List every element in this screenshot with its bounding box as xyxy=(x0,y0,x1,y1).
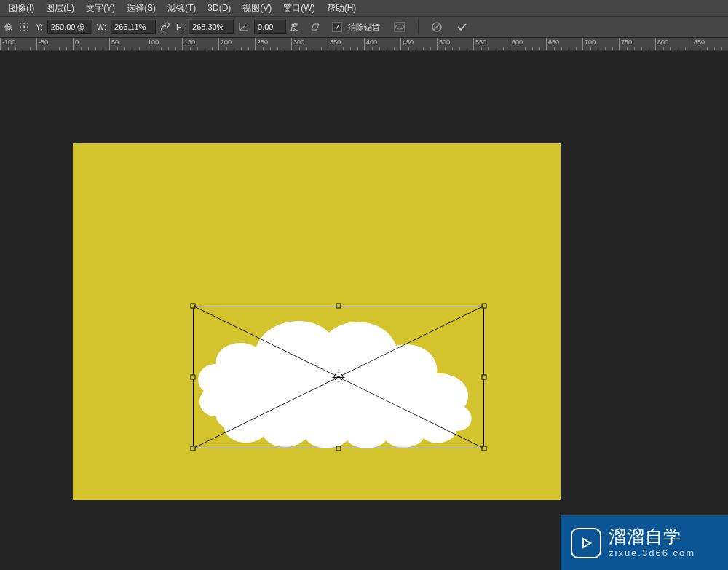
svg-point-6 xyxy=(20,30,21,31)
skew-h-icon[interactable] xyxy=(307,20,322,34)
warp-mode-icon[interactable] xyxy=(392,19,408,35)
handle-bl[interactable] xyxy=(191,446,196,451)
angle-input[interactable] xyxy=(254,20,286,34)
svg-rect-9 xyxy=(395,23,405,31)
transform-bounding-box[interactable] xyxy=(193,306,484,448)
handle-tr[interactable] xyxy=(482,304,487,309)
cancel-icon[interactable] xyxy=(429,19,445,35)
svg-point-7 xyxy=(23,30,25,31)
svg-marker-14 xyxy=(583,539,590,547)
menu-bar: 图像(I)图层(L)文字(Y)选择(S)滤镜(T)3D(D)视图(V)窗口(W)… xyxy=(0,0,728,16)
h-input[interactable] xyxy=(189,20,234,34)
svg-point-4 xyxy=(23,26,25,28)
menu-item[interactable]: 图像(I) xyxy=(3,0,40,17)
antialias-label: 消除锯齿 xyxy=(348,22,380,33)
menu-item[interactable]: 文字(Y) xyxy=(80,0,121,17)
svg-point-5 xyxy=(27,26,28,28)
menu-item[interactable]: 帮助(H) xyxy=(321,0,363,17)
watermark: 溜溜自学 zixue.3d66.com xyxy=(561,515,728,570)
play-icon xyxy=(571,528,601,558)
w-input[interactable] xyxy=(111,20,156,34)
h-label: H: xyxy=(176,23,184,31)
transform-center[interactable] xyxy=(334,373,344,382)
menu-item[interactable]: 选择(S) xyxy=(121,0,162,17)
svg-point-2 xyxy=(27,23,28,24)
ref-point-icon[interactable] xyxy=(17,20,31,34)
w-label: W: xyxy=(97,23,106,31)
antialias-checkbox[interactable]: ✓ xyxy=(332,22,342,32)
commit-icon[interactable] xyxy=(454,19,470,35)
menu-item[interactable]: 图层(L) xyxy=(40,0,80,17)
handle-bm[interactable] xyxy=(336,446,341,451)
menu-item[interactable]: 3D(D) xyxy=(202,1,237,15)
svg-point-8 xyxy=(27,30,28,31)
svg-point-0 xyxy=(20,23,21,24)
handle-tl[interactable] xyxy=(191,304,196,309)
menu-item[interactable]: 窗口(W) xyxy=(277,0,320,17)
menu-item[interactable]: 滤镜(T) xyxy=(162,0,202,17)
angle-icon xyxy=(237,20,251,34)
menu-item[interactable]: 视图(V) xyxy=(237,0,277,17)
canvas-area[interactable]: 溜溜自学 zixue.3d66.com xyxy=(0,51,728,570)
ruler-horizontal[interactable]: -100-50050100150200250300350400450500550… xyxy=(0,38,728,51)
prefix-label: 像 xyxy=(4,22,12,33)
svg-point-3 xyxy=(20,26,21,28)
angle-unit: 度 xyxy=(290,22,298,33)
watermark-sub: zixue.3d66.com xyxy=(609,547,695,559)
link-icon[interactable] xyxy=(159,20,172,33)
y-label: Y: xyxy=(36,23,43,31)
handle-mr[interactable] xyxy=(482,375,487,380)
divider xyxy=(418,20,419,34)
handle-ml[interactable] xyxy=(191,375,196,380)
options-bar: 像 Y: W: H: 度 ✓ 消除锯齿 xyxy=(0,16,728,38)
handle-tm[interactable] xyxy=(336,304,341,309)
svg-point-1 xyxy=(23,23,25,24)
watermark-title: 溜溜自学 xyxy=(609,526,695,547)
svg-line-11 xyxy=(434,24,440,30)
handle-br[interactable] xyxy=(482,446,487,451)
y-input[interactable] xyxy=(47,20,92,34)
